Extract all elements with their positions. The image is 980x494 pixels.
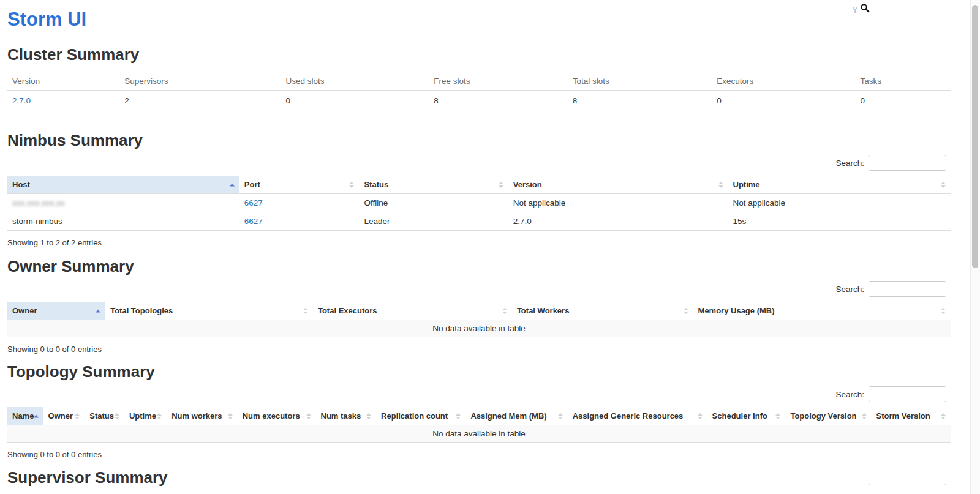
sort-icon	[75, 413, 80, 419]
sort-icon	[303, 308, 308, 314]
total-slots-value: 8	[568, 91, 712, 111]
nimbus-uptime: 15s	[728, 212, 951, 231]
col-header-num-tasks[interactable]: Num tasks	[316, 407, 377, 425]
cluster-summary-table: Version Supervisors Used slots Free slot…	[7, 72, 951, 111]
supervisor-summary-heading: Supervisor Summary	[7, 468, 951, 487]
empty-table-row: No data available in table	[7, 425, 951, 443]
supervisor-search-bar	[869, 484, 946, 494]
filter-glyph-icon: Y	[852, 5, 858, 14]
sort-icon	[684, 308, 688, 314]
executors-value: 0	[712, 91, 855, 111]
table-row: xxx.xxx.xxx.xx 6627 Offline Not applicab…	[7, 194, 951, 212]
sort-icon	[698, 413, 703, 419]
col-header-num-workers[interactable]: Num workers	[167, 407, 237, 425]
col-header-topo-status[interactable]: Status	[85, 407, 124, 425]
sort-icon	[558, 413, 563, 419]
nimbus-summary-table: Host Port Status Version	[7, 176, 951, 231]
cluster-summary-heading: Cluster Summary	[7, 45, 951, 64]
supervisor-search-input[interactable]	[869, 484, 946, 494]
table-row: 2.7.0 2 0 8 8 0 0	[7, 91, 951, 111]
owner-search-input[interactable]	[869, 281, 946, 297]
sort-icon	[499, 182, 503, 188]
col-header-num-executors[interactable]: Num executors	[238, 407, 316, 425]
col-header-supervisors: Supervisors	[119, 72, 281, 91]
col-header-free-slots: Free slots	[429, 72, 567, 91]
nimbus-status: Leader	[359, 212, 508, 231]
col-header-nimbus-version[interactable]: Version	[508, 176, 728, 194]
free-slots-value: 8	[429, 91, 567, 111]
search-icon[interactable]	[860, 3, 870, 15]
sort-icon	[115, 413, 119, 419]
topology-search-input[interactable]	[869, 386, 946, 402]
col-header-topo-owner[interactable]: Owner	[43, 407, 85, 425]
col-header-replication-count[interactable]: Replication count	[376, 407, 466, 425]
topbar-icons: Y	[852, 3, 870, 15]
nimbus-summary-heading: Nimbus Summary	[7, 131, 951, 150]
owner-search-bar: Search:	[7, 281, 951, 297]
nimbus-version: 2.7.0	[508, 212, 728, 231]
page-title[interactable]: Storm UI	[7, 0, 951, 31]
nimbus-port-link[interactable]: 6627	[244, 198, 263, 208]
col-header-topo-uptime[interactable]: Uptime	[124, 407, 167, 425]
supervisors-value: 2	[119, 91, 281, 111]
topology-summary-heading: Topology Summary	[7, 362, 951, 381]
scrollbar-thumb[interactable]	[972, 5, 978, 268]
search-label: Search:	[835, 159, 864, 168]
col-header-total-topologies[interactable]: Total Topologies	[105, 302, 313, 320]
col-header-status[interactable]: Status	[359, 176, 508, 194]
nimbus-host: storm-nimbus	[7, 212, 239, 231]
sort-icon	[718, 182, 723, 188]
col-header-total-slots: Total slots	[568, 72, 712, 91]
sort-icon	[941, 182, 946, 188]
col-header-host[interactable]: Host	[7, 176, 239, 194]
col-header-port[interactable]: Port	[239, 176, 360, 194]
nimbus-search-bar: Search:	[7, 155, 951, 171]
owner-summary-heading: Owner Summary	[7, 257, 951, 276]
search-label: Search:	[835, 390, 864, 399]
nimbus-host-redacted: xxx.xxx.xxx.xx	[12, 198, 65, 208]
col-header-used-slots: Used slots	[281, 72, 429, 91]
col-header-owner[interactable]: Owner	[7, 302, 105, 320]
sort-icon	[228, 413, 233, 419]
sort-icon	[775, 413, 780, 419]
sort-ascending-icon	[230, 183, 235, 186]
nimbus-search-input[interactable]	[869, 155, 946, 171]
table-row: storm-nimbus 6627 Leader 2.7.0 15s	[7, 212, 951, 231]
sort-icon	[306, 413, 311, 419]
topology-entries-info: Showing 0 to 0 of 0 entries	[7, 450, 951, 459]
sort-icon	[502, 308, 507, 314]
sort-icon	[349, 182, 354, 188]
no-data-message: No data available in table	[7, 320, 951, 337]
col-header-total-executors[interactable]: Total Executors	[313, 302, 512, 320]
sort-icon	[941, 413, 946, 419]
owner-summary-table: Owner Total Topologies Total Executors T…	[7, 302, 951, 337]
scrollbar-track[interactable]	[970, 0, 980, 494]
nimbus-uptime: Not applicable	[728, 194, 951, 212]
col-header-name[interactable]: Name	[7, 407, 43, 425]
sort-icon	[157, 413, 162, 419]
col-header-memory-usage[interactable]: Memory Usage (MB)	[693, 302, 951, 320]
nimbus-status: Offline	[359, 194, 508, 212]
nimbus-port-link[interactable]: 6627	[244, 217, 263, 226]
col-header-total-workers[interactable]: Total Workers	[512, 302, 693, 320]
col-header-version: Version	[7, 72, 119, 91]
col-header-tasks: Tasks	[855, 72, 951, 91]
empty-table-row: No data available in table	[7, 320, 951, 337]
col-header-uptime[interactable]: Uptime	[728, 176, 951, 194]
nimbus-entries-info: Showing 1 to 2 of 2 entries	[7, 238, 951, 247]
col-header-assigned-mem[interactable]: Assigned Mem (MB)	[466, 407, 567, 425]
no-data-message: No data available in table	[7, 425, 951, 443]
search-label: Search:	[835, 285, 864, 294]
version-link[interactable]: 2.7.0	[12, 96, 31, 105]
sort-ascending-icon	[96, 309, 100, 312]
nimbus-version: Not applicable	[508, 194, 728, 212]
sort-icon	[862, 413, 867, 419]
col-header-scheduler-info[interactable]: Scheduler Info	[707, 407, 786, 425]
sort-icon	[456, 413, 461, 419]
col-header-assigned-generic-resources[interactable]: Assigned Generic Resources	[568, 407, 707, 425]
col-header-storm-version[interactable]: Storm Version	[872, 407, 951, 425]
col-header-executors: Executors	[712, 72, 855, 91]
used-slots-value: 0	[281, 91, 429, 111]
col-header-topology-version[interactable]: Topology Version	[785, 407, 871, 425]
topology-search-bar: Search:	[7, 386, 951, 402]
